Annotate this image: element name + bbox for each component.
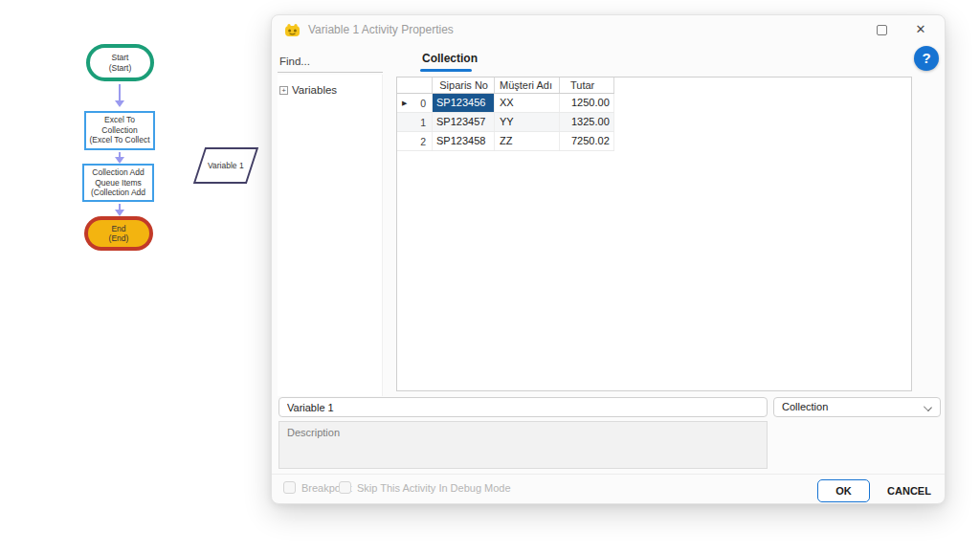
row-index: 1 bbox=[412, 117, 432, 128]
column-header-tutar[interactable]: Tutar bbox=[560, 78, 614, 93]
find-input[interactable] bbox=[278, 54, 383, 73]
node-sublabel: (Collection Add bbox=[84, 188, 152, 198]
grid-cell[interactable]: 7250.02 bbox=[560, 132, 614, 150]
flow-arrowhead-icon bbox=[115, 157, 124, 164]
dialog-titlebar[interactable]: Variable 1 Activity Properties ✕ bbox=[272, 15, 945, 44]
checkbox-icon bbox=[283, 481, 296, 494]
node-end[interactable]: End (End) bbox=[84, 216, 153, 251]
table-row: 2 SP123458 ZZ 7250.02 bbox=[397, 132, 614, 151]
current-row-marker-icon: ▶ bbox=[402, 100, 412, 107]
grid-cell[interactable]: 1325.00 bbox=[560, 113, 614, 131]
skip-activity-checkbox[interactable]: Skip This Activity In Debug Mode bbox=[339, 481, 511, 494]
node-excel-to-collection[interactable]: Excel To Collection (Excel To Collect bbox=[84, 111, 155, 150]
row-header[interactable]: ▶ 0 bbox=[397, 94, 433, 112]
variable-name-input[interactable] bbox=[278, 397, 768, 417]
node-label: Start bbox=[90, 53, 150, 63]
table-row: ▶ 0 SP123456 XX 1250.00 bbox=[397, 94, 614, 113]
chevron-down-icon bbox=[924, 403, 932, 411]
node-label: Queue Items bbox=[84, 178, 152, 188]
row-index: 2 bbox=[412, 136, 432, 147]
grid-cell[interactable]: SP123458 bbox=[433, 132, 495, 150]
tree-item-variables[interactable]: + Variables bbox=[278, 75, 382, 96]
grid-cell[interactable]: SP123457 bbox=[433, 113, 495, 131]
grid-cell[interactable]: ZZ bbox=[495, 132, 560, 150]
grid-cell[interactable]: SP123456 bbox=[433, 94, 495, 112]
ok-button[interactable]: OK bbox=[817, 479, 870, 502]
grid-cell[interactable]: YY bbox=[495, 113, 560, 131]
column-header-siparis-no[interactable]: Siparis No bbox=[433, 78, 495, 93]
grid-cell[interactable]: 1250.00 bbox=[560, 94, 614, 112]
activity-properties-dialog: Variable 1 Activity Properties ✕ ? + Var… bbox=[271, 14, 946, 504]
node-sublabel: (Excel To Collect bbox=[86, 135, 153, 145]
node-sublabel: (End) bbox=[88, 233, 149, 244]
grid-header-row: Siparis No Müşteri Adı Tutar bbox=[397, 78, 614, 94]
row-header[interactable]: 1 bbox=[397, 113, 433, 131]
node-label: Collection Add bbox=[84, 167, 152, 178]
flow-arrow bbox=[119, 84, 121, 101]
tab-collection[interactable]: Collection bbox=[422, 52, 478, 65]
node-label: Collection bbox=[86, 125, 153, 136]
row-index: 0 bbox=[412, 98, 432, 109]
tree-expander-icon[interactable]: + bbox=[279, 86, 288, 95]
node-label: End bbox=[88, 224, 149, 234]
node-variable-1[interactable]: Variable 1 bbox=[193, 147, 258, 184]
description-field[interactable]: Description bbox=[278, 421, 768, 469]
checkbox-label: Skip This Activity In Debug Mode bbox=[357, 482, 511, 494]
variable-type-dropdown[interactable]: Collection bbox=[773, 397, 941, 417]
variables-tree: + Variables bbox=[278, 75, 383, 396]
cancel-button[interactable]: CANCEL bbox=[881, 479, 937, 502]
grid-cell[interactable]: XX bbox=[495, 94, 560, 112]
footer-divider bbox=[272, 474, 945, 475]
tree-item-label: Variables bbox=[292, 84, 337, 96]
column-header-musteri-adi[interactable]: Müşteri Adı bbox=[495, 78, 560, 93]
flow-arrowhead-icon bbox=[115, 100, 124, 107]
grid-corner-cell[interactable] bbox=[397, 78, 433, 93]
dialog-title: Variable 1 Activity Properties bbox=[308, 15, 454, 44]
close-icon[interactable]: ✕ bbox=[911, 20, 930, 39]
collection-grid: Siparis No Müşteri Adı Tutar ▶ 0 SP12345… bbox=[396, 77, 912, 391]
node-label: Excel To bbox=[86, 115, 153, 125]
node-label: Variable 1 bbox=[208, 161, 244, 170]
maximize-icon[interactable] bbox=[877, 25, 887, 35]
node-collection-add-queue-items[interactable]: Collection Add Queue Items (Collection A… bbox=[82, 164, 154, 202]
flow-arrowhead-icon bbox=[115, 210, 124, 216]
row-header[interactable]: 2 bbox=[397, 132, 433, 150]
robot-icon bbox=[284, 23, 301, 37]
node-start[interactable]: Start (Start) bbox=[86, 44, 154, 81]
help-button[interactable]: ? bbox=[914, 46, 939, 71]
table-row: 1 SP123457 YY 1325.00 bbox=[397, 113, 614, 132]
tab-active-indicator bbox=[420, 69, 472, 72]
dropdown-selected-value: Collection bbox=[782, 398, 828, 416]
node-sublabel: (Start) bbox=[90, 63, 150, 74]
checkbox-icon bbox=[339, 481, 351, 494]
